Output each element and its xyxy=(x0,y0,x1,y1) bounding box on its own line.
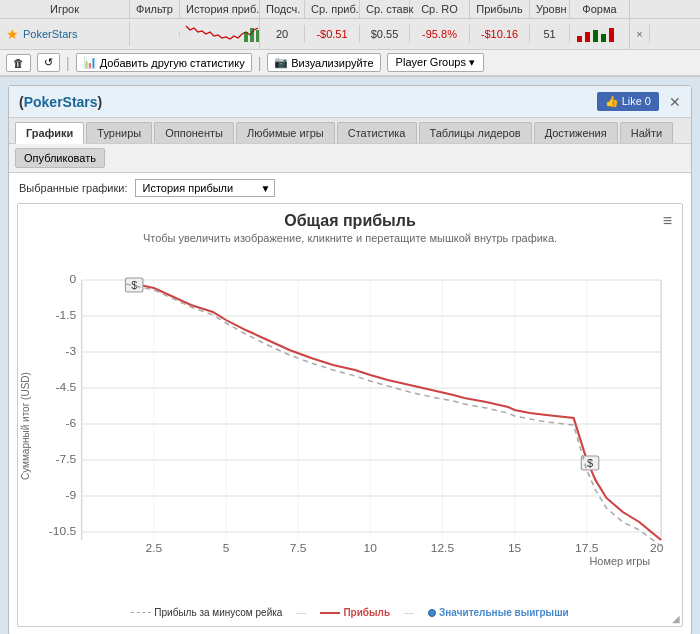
trash-icon: 🗑 xyxy=(13,57,24,69)
card-header: (PokerStars) 👍 Like 0 ✕ xyxy=(9,86,691,118)
player-name-link[interactable]: PokerStars xyxy=(23,28,77,40)
legend-rake-label: Прибыль за минусом рейка xyxy=(154,607,282,618)
sub-tab-publish[interactable]: Опубликовать xyxy=(15,148,105,168)
avg-ro-cell: -95.8% xyxy=(410,25,470,43)
legend-item-rake: Прибыль за минусом рейка xyxy=(131,607,282,618)
col-profit-header: Прибыль xyxy=(470,0,530,18)
chart-type-select-wrap: История прибыли ▼ xyxy=(135,179,275,197)
legend-dashed-icon xyxy=(131,612,151,613)
card-title: (PokerStars) xyxy=(19,94,102,110)
toolbar-actions: 🗑 ↺ | 📊 Добавить другую статистику | 📷 В… xyxy=(0,50,700,76)
filter-cell xyxy=(130,31,180,37)
add-stats-button[interactable]: 📊 Добавить другую статистику xyxy=(76,53,252,72)
svg-text:7.5: 7.5 xyxy=(290,542,307,553)
col-filter-header: Фильтр xyxy=(130,0,180,18)
tab-achievements[interactable]: Достижения xyxy=(534,122,618,143)
col-avg-stake-header: Ср. ставк xyxy=(360,0,410,18)
svg-text:-6: -6 xyxy=(66,417,77,428)
visualize-icon: 📷 xyxy=(274,56,288,69)
col-avg-ro-header: Ср. RO xyxy=(410,0,470,18)
svg-rect-1 xyxy=(250,28,254,42)
chart-controls: Выбранные графики: История прибыли ▼ xyxy=(9,173,691,203)
tab-favorite-games[interactable]: Любимые игры xyxy=(236,122,335,143)
svg-text:-4.5: -4.5 xyxy=(56,381,77,392)
svg-text:2.5: 2.5 xyxy=(146,542,163,553)
form-cell xyxy=(570,19,630,49)
add-stats-icon: 📊 xyxy=(83,56,97,69)
player-row: ★ PokerStars 20 -$0.51 $0.55 -95.8% -$10… xyxy=(0,19,700,50)
chart-menu-icon[interactable]: ≡ xyxy=(663,212,672,230)
col-form-header: Форма xyxy=(570,0,630,18)
legend-item-profit: Прибыль xyxy=(320,607,390,618)
profit-cell: -$10.16 xyxy=(470,25,530,43)
svg-text:15: 15 xyxy=(508,542,521,553)
legend-profit-label: Прибыль xyxy=(343,607,390,618)
svg-text:10: 10 xyxy=(364,542,377,553)
y-axis-label: Суммарный итог (USD) xyxy=(18,250,38,603)
svg-text:20: 20 xyxy=(650,542,663,553)
avg-profit-cell: -$0.51 xyxy=(305,25,360,43)
add-stats-label: Добавить другую статистику xyxy=(100,57,245,69)
refresh-icon: ↺ xyxy=(44,56,53,69)
svg-text:17.5: 17.5 xyxy=(575,542,598,553)
refresh-button[interactable]: ↺ xyxy=(37,53,60,72)
svg-rect-4 xyxy=(585,32,590,42)
resize-handle[interactable]: ◢ xyxy=(672,613,680,624)
level-cell: 51 xyxy=(530,25,570,43)
chart-subtitle: Чтобы увеличить изображение, кликните и … xyxy=(18,232,682,250)
legend-wins-label: Значительные выигрыши xyxy=(439,607,569,618)
svg-text:-7.5: -7.5 xyxy=(56,453,77,464)
legend-dot-icon xyxy=(428,609,436,617)
svg-text:-1.5: -1.5 xyxy=(56,309,77,320)
svg-rect-2 xyxy=(256,30,259,42)
tab-graphs[interactable]: Графики xyxy=(15,122,84,144)
like-button[interactable]: 👍 Like 0 xyxy=(597,92,659,111)
col-hands-header: Подсч. xyxy=(260,0,305,18)
visualize-button[interactable]: 📷 Визуализируйте xyxy=(267,53,380,72)
svg-text:12.5: 12.5 xyxy=(431,542,454,553)
tab-bar: Графики Турниры Оппоненты Любимые игры С… xyxy=(9,118,691,144)
sub-tab-bar: Опубликовать xyxy=(9,144,691,173)
col-avg-profit-header: Ср. приб. xyxy=(305,0,360,18)
legend-solid-icon xyxy=(320,612,340,614)
chart-container: Общая прибыль Чтобы увеличить изображени… xyxy=(17,203,683,627)
col-player-header: Игрок xyxy=(0,0,130,18)
player-groups-button[interactable]: Player Groups ▾ xyxy=(387,53,484,72)
close-row-btn[interactable]: × xyxy=(630,25,650,43)
delete-button[interactable]: 🗑 xyxy=(6,54,31,72)
svg-text:-3: -3 xyxy=(66,345,77,356)
svg-rect-7 xyxy=(609,28,614,42)
history-chart-cell xyxy=(180,19,260,49)
separator-1: | xyxy=(66,55,70,71)
toolbar: Игрок Фильтр История приб. Подсч. Ср. пр… xyxy=(0,0,700,77)
svg-rect-6 xyxy=(601,34,606,42)
svg-text:5: 5 xyxy=(223,542,230,553)
tab-leaderboards[interactable]: Таблицы лидеров xyxy=(419,122,532,143)
svg-text:0: 0 xyxy=(70,273,77,284)
svg-text:Номер игры: Номер игры xyxy=(589,556,650,567)
svg-rect-0 xyxy=(244,32,248,42)
tab-statistics[interactable]: Статистика xyxy=(337,122,417,143)
chart-svg-area[interactable]: 0 -1.5 -3 -4.5 -6 -7.5 -9 -10.5 2.5 5 7.… xyxy=(38,250,682,603)
chart-legend: Прибыль за минусом рейка — Прибыль — Зна… xyxy=(18,603,682,626)
main-card-area: (PokerStars) 👍 Like 0 ✕ Графики Турниры … xyxy=(0,77,700,634)
hands-cell: 20 xyxy=(260,25,305,43)
tab-tournaments[interactable]: Турниры xyxy=(86,122,152,143)
tab-find[interactable]: Найти xyxy=(620,122,673,143)
chart-body: Суммарный итог (USD) xyxy=(18,250,682,603)
player-cell: ★ PokerStars xyxy=(0,22,130,46)
column-headers: Игрок Фильтр История приб. Подсч. Ср. пр… xyxy=(0,0,700,19)
col-level-header: Уровн xyxy=(530,0,570,18)
svg-text:-9: -9 xyxy=(66,489,77,500)
player-star-icon: ★ xyxy=(6,26,19,42)
tab-opponents[interactable]: Оппоненты xyxy=(154,122,234,143)
separator-2: | xyxy=(258,55,262,71)
chart-select-label: Выбранные графики: xyxy=(19,182,127,194)
card-close-button[interactable]: ✕ xyxy=(669,94,681,110)
chart-title: Общая прибыль xyxy=(18,204,682,232)
chart-type-select[interactable]: История прибыли xyxy=(135,179,275,197)
visualize-label: Визуализируйте xyxy=(291,57,373,69)
card: (PokerStars) 👍 Like 0 ✕ Графики Турниры … xyxy=(8,85,692,634)
svg-text:$: $ xyxy=(587,458,593,469)
legend-item-wins: Значительные выигрыши xyxy=(428,607,569,618)
